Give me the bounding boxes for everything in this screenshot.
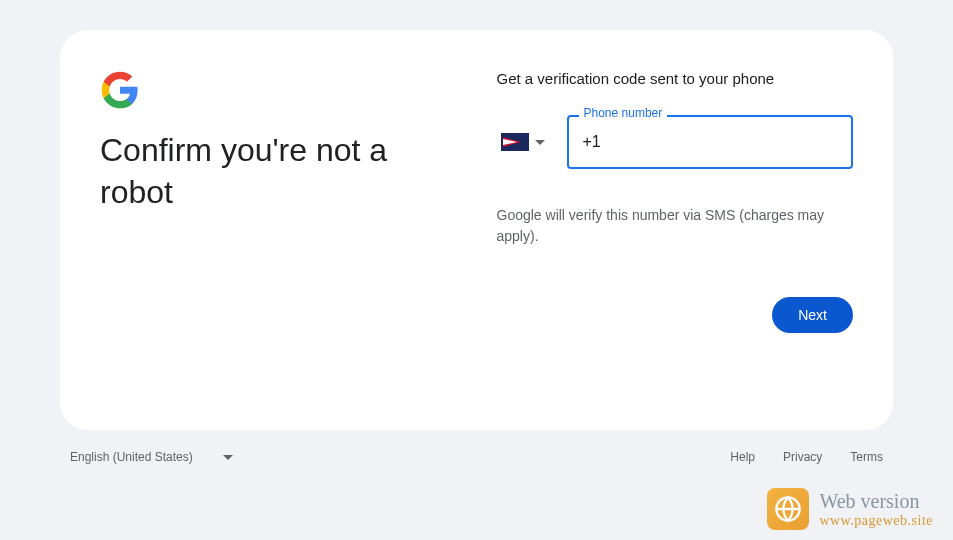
watermark-url: www.pageweb.site xyxy=(819,513,933,529)
flag-icon xyxy=(501,133,529,151)
terms-link[interactable]: Terms xyxy=(850,450,883,464)
page-heading: Confirm you're not a robot xyxy=(100,130,457,213)
phone-input-label: Phone number xyxy=(579,106,668,120)
info-text: Google will verify this number via SMS (… xyxy=(497,205,854,247)
left-panel: Confirm you're not a robot xyxy=(100,70,487,390)
next-button[interactable]: Next xyxy=(772,297,853,333)
google-logo xyxy=(100,70,140,110)
footer: English (United States) Help Privacy Ter… xyxy=(70,450,883,464)
language-selector[interactable]: English (United States) xyxy=(70,450,233,464)
watermark-text: Web version www.pageweb.site xyxy=(819,490,933,529)
phone-input[interactable] xyxy=(567,115,854,169)
phone-row: Phone number xyxy=(497,115,854,169)
button-row: Next xyxy=(497,297,854,333)
main-card: Confirm you're not a robot Get a verific… xyxy=(60,30,893,430)
watermark: Web version www.pageweb.site xyxy=(767,488,933,530)
footer-links: Help Privacy Terms xyxy=(730,450,883,464)
language-label: English (United States) xyxy=(70,450,193,464)
privacy-link[interactable]: Privacy xyxy=(783,450,822,464)
subheading: Get a verification code sent to your pho… xyxy=(497,70,854,87)
watermark-title: Web version xyxy=(819,490,933,513)
globe-icon xyxy=(767,488,809,530)
chevron-down-icon xyxy=(535,140,545,145)
country-selector[interactable] xyxy=(497,125,549,159)
help-link[interactable]: Help xyxy=(730,450,755,464)
chevron-down-icon xyxy=(223,455,233,460)
phone-input-wrapper: Phone number xyxy=(567,115,854,169)
right-panel: Get a verification code sent to your pho… xyxy=(487,70,854,390)
